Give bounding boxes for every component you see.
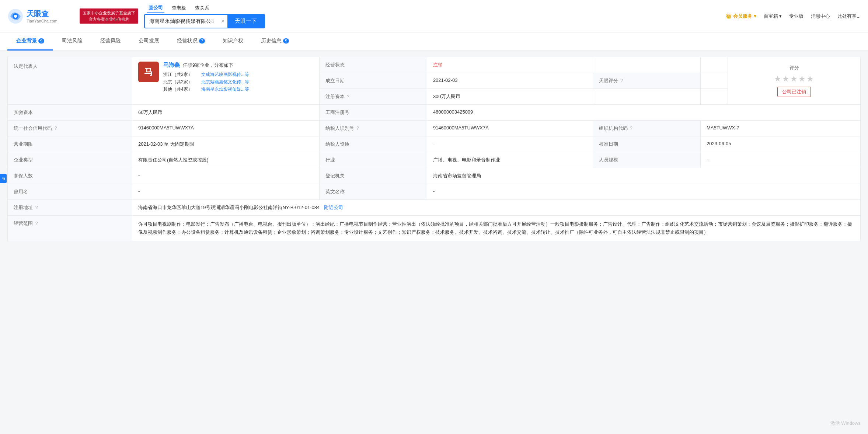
empty-cell <box>593 89 700 105</box>
table-row-legal-rep: 法定代表人 马 马海燕 任职9家企业，分布如下 浙江（共3家） <box>8 57 861 73</box>
scope-value: 许可项目电视剧制作；电影发行；广告发布（广播电台、电视台、报刊出版单位）；演出经… <box>132 216 861 241</box>
nav-pro[interactable]: 专业版 <box>789 13 803 20</box>
biz-term-value: 2021-02-03 至 无固定期限 <box>132 136 320 152</box>
list-item: 北京（共2家） 北京紫燕嘉铭文化传...等 <box>163 79 313 85</box>
cancelled-badge: 公司已注销 <box>777 87 811 97</box>
search-tab-relation[interactable]: 查关系 <box>194 4 211 12</box>
help-icon-tax[interactable]: ? <box>356 126 359 131</box>
company-info-table: 法定代表人 马 马海燕 任职9家企业，分布如下 浙江（共3家） <box>7 57 861 241</box>
help-icon[interactable]: ? <box>620 78 623 83</box>
header: 天眼查 TianYanCha.com 国家中小企业发展子基金旗下 官方备案企业征… <box>0 0 868 32</box>
company-type-value: 有限责任公司(自然人投资或控股) <box>132 152 320 168</box>
logo-cn: 天眼查 <box>27 9 57 19</box>
insured-label: 参保人数 <box>8 168 132 184</box>
logo-icon <box>7 8 24 24</box>
biz-reg-no-value: 460000003425009 <box>427 105 860 121</box>
table-row-names: 曾用名 - 英文名称 - <box>8 184 861 200</box>
tab-history[interactable]: 历史信息5 <box>252 32 298 51</box>
help-icon-address[interactable]: ? <box>35 205 38 210</box>
taxpayer-qual-value: - <box>427 136 593 152</box>
established-label: 成立日期 <box>319 73 427 89</box>
rating-section: 评分 ★★★★★ 公司已注销 <box>728 57 861 105</box>
tab-biz-risk[interactable]: 经营风险 <box>91 32 130 51</box>
person-desc: 任职9家企业，分布如下 <box>183 62 233 69</box>
search-input[interactable] <box>145 15 218 27</box>
main-content: 法定代表人 马 马海燕 任职9家企业，分布如下 浙江（共3家） <box>0 51 868 247</box>
eng-name-label: 英文名称 <box>319 184 427 200</box>
clear-icon[interactable]: × <box>218 18 227 25</box>
paid-capital-value: 60万人民币 <box>132 105 320 121</box>
eng-name-value: - <box>427 184 860 200</box>
rating-label: 评分 <box>734 65 854 71</box>
address-value: 海南省海口市龙华区羊山大道19号观澜湖华谊冯小刚电影公社南洋街NY-B-012-… <box>132 200 861 216</box>
person-avatar: 马 <box>138 62 159 82</box>
status-label: 经营状态 <box>319 57 427 73</box>
verify-date-label: 核准日期 <box>593 136 700 152</box>
company-list: 浙江（共3家） 文成海艺映画影视传...等 北京（共2家） 北京紫燕嘉铭文化传.… <box>163 72 313 93</box>
tab-ip[interactable]: 知识产权 <box>214 32 252 51</box>
insured-value: - <box>132 168 320 184</box>
nav-baibao[interactable]: 百宝箱 ▾ <box>764 13 782 20</box>
search-button[interactable]: 天眼一下 <box>227 15 264 28</box>
tab-judicial-risk[interactable]: 司法风险 <box>53 32 91 51</box>
list-item: 其他（共4家） 海南星永灿影视传媒...等 <box>163 86 313 93</box>
address-label: 注册地址 ? <box>8 200 132 216</box>
reg-capital-label: 注册资本 ? <box>319 89 427 105</box>
list-item: 浙江（共3家） 文成海艺映画影视传...等 <box>163 72 313 78</box>
unified-code-value: 91460000MA5TUWWX7A <box>132 121 320 136</box>
biz-term-label: 营业期限 <box>8 136 132 152</box>
table-row-scope: 经营范围 ? 许可项目电视剧制作；电影发行；广告发布（广播电台、电视台、报刊出版… <box>8 216 861 241</box>
empty-cell2 <box>700 89 728 105</box>
legal-rep-value: 马 马海燕 任职9家企业，分布如下 浙江（共3家） 文成海艺映画影视传...等 <box>132 57 320 105</box>
spacer <box>593 57 700 73</box>
logo-area: 天眼查 TianYanCha.com <box>7 8 74 24</box>
help-icon-org[interactable]: ? <box>630 126 632 131</box>
header-nav: 👑 会员服务 ▾ 百宝箱 ▾ 专业版 消息中心 此处有掌... <box>726 13 861 20</box>
taxpayer-id-label: 纳税人识别号 ? <box>319 121 427 136</box>
search-tabs: 查公司 查老板 查关系 <box>147 4 265 13</box>
verify-date-value: 2023-06-05 <box>700 136 860 152</box>
gov-badge: 国家中小企业发展子基金旗下 官方备案企业征信机构 <box>80 8 138 24</box>
nav-tabs: 企业背景9 司法风险 经营风险 公司发展 经营状况7 知识产权 历史信息5 <box>0 32 868 51</box>
header-search-section: 查公司 查老板 查关系 × 天眼一下 <box>144 4 265 28</box>
table-row-address: 注册地址 ? 海南省海口市龙华区羊山大道19号观澜湖华谊冯小刚电影公社南洋街NY… <box>8 200 861 216</box>
industry-label: 行业 <box>319 152 427 168</box>
nav-member[interactable]: 👑 会员服务 ▾ <box>726 13 756 20</box>
tab-biz-status[interactable]: 经营状况7 <box>168 32 214 51</box>
nearby-link[interactable]: 附近公司 <box>324 205 343 210</box>
industry-value: 广播、电视、电影和录音制作业 <box>427 152 593 168</box>
person-name-row: 马海燕 任职9家企业，分布如下 <box>163 62 313 69</box>
biz-reg-no-label: 工商注册号 <box>319 105 427 121</box>
search-tab-boss[interactable]: 查老板 <box>170 4 188 12</box>
former-name-label: 曾用名 <box>8 184 132 200</box>
rating-stars: ★★★★★ <box>734 74 854 84</box>
staff-label: 人员规模 <box>593 152 700 168</box>
person-section: 马 马海燕 任职9家企业，分布如下 浙江（共3家） 文成海艺映画影视传...等 <box>138 62 313 94</box>
logo-text: 天眼查 TianYanCha.com <box>27 9 57 23</box>
table-row-codes: 统一社会信用代码 ? 91460000MA5TUWWX7A 纳税人识别号 ? 9… <box>8 121 861 136</box>
help-icon-code[interactable]: ? <box>55 126 57 131</box>
person-info: 马海燕 任职9家企业，分布如下 浙江（共3家） 文成海艺映画影视传...等 北京… <box>163 62 313 94</box>
tab-company-dev[interactable]: 公司发展 <box>130 32 168 51</box>
former-name-value: - <box>132 184 320 200</box>
spacer2 <box>700 57 728 73</box>
tab-enterprise-bg[interactable]: 企业背景9 <box>7 32 53 51</box>
reg-authority-value: 海南省市场监督管理局 <box>427 168 860 184</box>
nav-msg[interactable]: 消息中心 <box>811 13 830 20</box>
company-type-label: 企业类型 <box>8 152 132 168</box>
help-icon-scope[interactable]: ? <box>35 221 38 226</box>
established-value: 2021-02-03 <box>427 73 593 89</box>
table-row-paid-capital: 实缴资本 60万人民币 工商注册号 460000003425009 <box>8 105 861 121</box>
logo-en: TianYanCha.com <box>27 19 57 23</box>
table-row-biz-term: 营业期限 2021-02-03 至 无固定期限 纳税人资质 - 核准日期 202… <box>8 136 861 152</box>
taxpayer-id-value: 91460000MA5TUWWX7A <box>427 121 593 136</box>
tianyan-score-label: 天眼评分 ? <box>593 73 700 89</box>
paid-capital-label: 实缴资本 <box>8 105 132 121</box>
help-icon-capital[interactable]: ? <box>347 94 349 99</box>
search-tab-company[interactable]: 查公司 <box>147 4 164 13</box>
legal-rep-label: 法定代表人 <box>8 57 132 105</box>
person-name[interactable]: 马海燕 <box>163 62 180 69</box>
nav-more[interactable]: 此处有掌... <box>837 13 861 20</box>
tianyan-score-value <box>700 73 728 89</box>
reg-authority-label: 登记机关 <box>319 168 427 184</box>
